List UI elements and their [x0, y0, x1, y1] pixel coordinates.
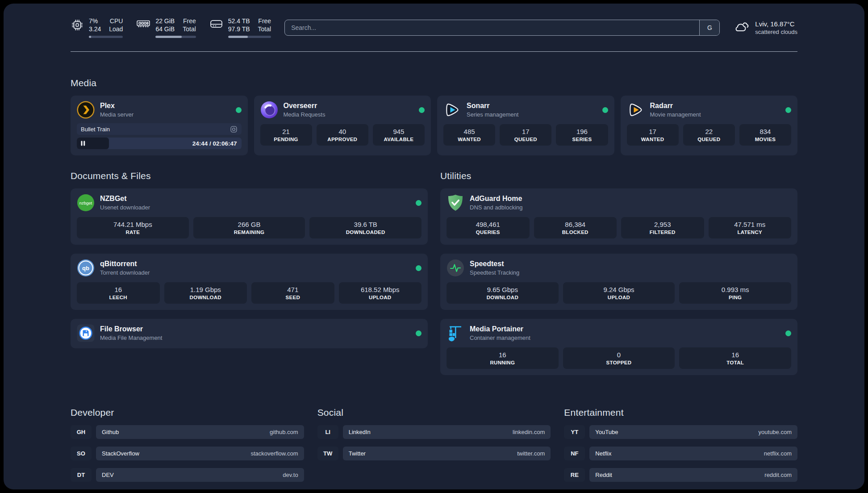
system-widget-body: 52.4 TB97.9 TBFreeTotal: [228, 17, 271, 38]
app-card-overseerr[interactable]: OverseerrMedia Requests21PENDING40APPROV…: [254, 96, 431, 155]
app-stats-row: 744.21 MbpsRATE266 GBREMAINING39.6 TBDOW…: [77, 217, 421, 238]
bookmark-netflix[interactable]: NFNetflixnetflix.com: [564, 447, 797, 460]
stat-label: PING: [681, 295, 789, 300]
bookmark-name: Twitter: [349, 450, 366, 457]
stat-label: QUEUED: [501, 137, 550, 142]
bookmark-name: DEV: [102, 472, 114, 478]
stat-value: 834: [741, 127, 789, 136]
app-card-filebrowser[interactable]: File BrowserMedia File Management: [71, 319, 428, 348]
stat-value: 16: [681, 351, 789, 359]
bookmark-linkedin[interactable]: LILinkedInlinkedin.com: [317, 425, 551, 439]
app-card-portainer[interactable]: Media PortainerContainer management16RUN…: [440, 319, 797, 375]
stat-label: APPROVED: [318, 137, 367, 142]
app-card-plex[interactable]: PlexMedia serverBullet Train24:44 / 02:0…: [71, 96, 248, 155]
stat-box: 9.24 GbpsUPLOAD: [563, 282, 675, 304]
bookmark-link-body: Twittertwitter.com: [343, 447, 551, 460]
app-card-header: Media PortainerContainer management: [447, 324, 791, 342]
system-value: 52.4 TB: [228, 17, 250, 25]
app-card-header: nzbgetNZBGetUsenet downloader: [77, 194, 421, 212]
media-cards-row: PlexMedia serverBullet Train24:44 / 02:0…: [71, 96, 797, 155]
stat-value: 47.571 ms: [710, 220, 790, 229]
app-name: Speedtest: [470, 259, 519, 268]
system-progress-track: [228, 36, 271, 38]
stat-box: 0.993 msPING: [679, 282, 791, 304]
stat-label: AVAILABLE: [375, 137, 423, 142]
system-widget-readout: 52.4 TB97.9 TBFreeTotal: [228, 17, 271, 33]
bookmark-link-body: StackOverflowstackoverflow.com: [96, 447, 304, 460]
bookmark-url: dev.to: [283, 472, 298, 478]
section-title-entertainment: Entertainment: [564, 407, 797, 418]
app-name: Plex: [100, 101, 134, 110]
section-title-media: Media: [71, 78, 797, 88]
bookmark-link-body: Githubgithub.com: [96, 425, 304, 439]
stat-label: QUERIES: [448, 230, 528, 235]
stat-value: 618.52 Mbps: [341, 285, 420, 294]
bookmark-url: stackoverflow.com: [250, 450, 298, 457]
stat-box: 39.6 TBDOWNLOADED: [309, 217, 421, 238]
scattered-clouds-icon: [733, 20, 749, 35]
stat-value: 471: [253, 285, 333, 294]
search-input[interactable]: [285, 20, 699, 35]
now-playing-title: Bullet Train: [81, 126, 110, 133]
status-online-dot: [416, 265, 421, 271]
system-value: 3.24: [89, 25, 101, 33]
system-widget-cpu: 7%3.24CPULoad: [71, 17, 123, 38]
utilities-cards-stack: AdGuard HomeDNS and adblocking498,461QUE…: [440, 188, 797, 375]
app-card-qbittorrent[interactable]: qbqBittorrentTorrent downloader16LEECH1.…: [71, 254, 428, 310]
bookmark-twitter[interactable]: TWTwittertwitter.com: [317, 447, 551, 460]
pause-icon: [81, 141, 85, 146]
app-card-nzbget[interactable]: nzbgetNZBGetUsenet downloader744.21 Mbps…: [71, 188, 428, 245]
system-widget-readout: 7%3.24CPULoad: [89, 17, 123, 33]
app-card-radarr[interactable]: RadarrMovie management17WANTED22QUEUED83…: [621, 96, 798, 155]
section-utilities: Utilities AdGuard HomeDNS and adblocking…: [440, 171, 797, 375]
app-name: qBittorrent: [100, 259, 150, 268]
system-progress-fill: [89, 36, 91, 38]
bookmark-section-entertainment: EntertainmentYTYouTubeyoutube.comNFNetfl…: [564, 407, 797, 482]
system-widget-ram: 22 GiB64 GiBFreeTotal: [136, 17, 196, 38]
stat-label: SERIES: [558, 137, 606, 142]
weather-condition: scattered clouds: [755, 28, 797, 36]
system-widget-body: 7%3.24CPULoad: [89, 17, 123, 38]
system-widget-values: 52.4 TB97.9 TB: [228, 17, 250, 33]
section-title-social: Social: [317, 407, 551, 418]
app-card-titles: SpeedtestSpeedtest Tracking: [470, 259, 519, 276]
app-subtitle: Media File Management: [100, 334, 162, 342]
speedtest-icon: [447, 259, 464, 277]
bookmark-stackoverflow[interactable]: SOStackOverflowstackoverflow.com: [71, 447, 304, 460]
bookmark-url: netflix.com: [764, 450, 792, 457]
session-icon: [230, 125, 238, 133]
system-widgets: 7%3.24CPULoad22 GiB64 GiBFreeTotal52.4 T…: [71, 17, 271, 38]
stat-value: 2,953: [623, 220, 702, 229]
bookmark-url: github.com: [270, 429, 298, 435]
bookmark-abbr-badge: YT: [564, 425, 585, 439]
search-engine-button[interactable]: G: [699, 20, 719, 35]
section-title-utilities: Utilities: [440, 171, 797, 181]
bookmark-github[interactable]: GHGithubgithub.com: [71, 425, 304, 439]
app-name: AdGuard Home: [470, 194, 523, 203]
playback-time: 24:44 / 02:06:47: [192, 140, 242, 147]
stat-box: 17WANTED: [627, 124, 679, 146]
bookmark-dev[interactable]: DTDEVdev.to: [71, 468, 304, 482]
stat-value: 9.65 Gbps: [448, 285, 557, 294]
section-title-documents-files: Documents & Files: [71, 171, 428, 181]
app-card-adguard[interactable]: AdGuard HomeDNS and adblocking498,461QUE…: [440, 188, 797, 245]
system-label: Total: [258, 25, 271, 33]
stat-value: 16: [448, 351, 557, 359]
system-widget-values: 22 GiB64 GiB: [155, 17, 175, 33]
stat-box: 834MOVIES: [739, 124, 791, 146]
bookmark-reddit[interactable]: RERedditreddit.com: [564, 468, 797, 482]
stat-box: 744.21 MbpsRATE: [77, 217, 189, 238]
stat-label: SEED: [253, 295, 333, 300]
app-card-sonarr[interactable]: SonarrSeries management485WANTED17QUEUED…: [437, 96, 614, 155]
app-subtitle: Usenet downloader: [100, 204, 150, 211]
stat-label: UPLOAD: [565, 295, 673, 300]
stat-value: 945: [375, 127, 423, 136]
app-stats-row: 17WANTED22QUEUED834MOVIES: [627, 124, 792, 146]
stat-label: REMAINING: [195, 230, 304, 235]
stat-box: 485WANTED: [443, 124, 495, 146]
stat-value: 485: [445, 127, 493, 136]
stat-value: 498,461: [448, 220, 528, 229]
bookmark-youtube[interactable]: YTYouTubeyoutube.com: [564, 425, 797, 439]
app-card-header: RadarrMovie management: [627, 101, 792, 119]
app-card-speedtest[interactable]: SpeedtestSpeedtest Tracking9.65 GbpsDOWN…: [440, 254, 797, 310]
